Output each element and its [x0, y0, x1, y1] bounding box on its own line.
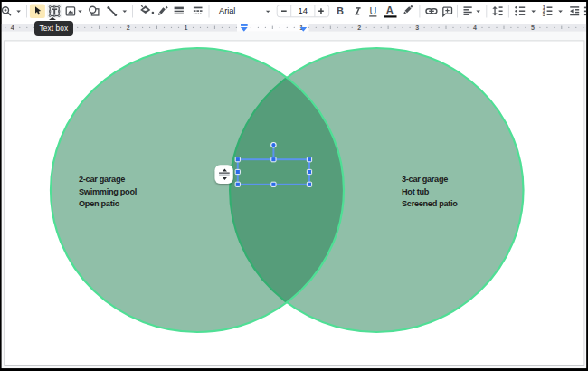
svg-text:U: U — [369, 5, 376, 16]
svg-text:Swimming pool: Swimming pool — [79, 187, 137, 196]
svg-text:Screened patio: Screened patio — [402, 199, 458, 208]
svg-text:4: 4 — [473, 24, 477, 31]
svg-text:2-car garage: 2-car garage — [79, 175, 125, 184]
svg-text:A: A — [386, 5, 394, 17]
svg-text:14: 14 — [299, 5, 308, 15]
svg-text:Hot tub: Hot tub — [402, 187, 430, 196]
svg-text:B: B — [337, 5, 344, 16]
svg-text:2: 2 — [127, 24, 130, 31]
svg-text:3: 3 — [543, 12, 545, 17]
svg-text:3: 3 — [415, 24, 419, 31]
svg-text:3-car garage: 3-car garage — [402, 175, 448, 184]
svg-text:4: 4 — [11, 24, 14, 31]
svg-text:1: 1 — [185, 24, 188, 31]
svg-text:Arial: Arial — [219, 6, 235, 15]
svg-text:5: 5 — [531, 24, 535, 31]
svg-text:2: 2 — [357, 24, 361, 31]
svg-text:Open patio: Open patio — [79, 199, 120, 208]
